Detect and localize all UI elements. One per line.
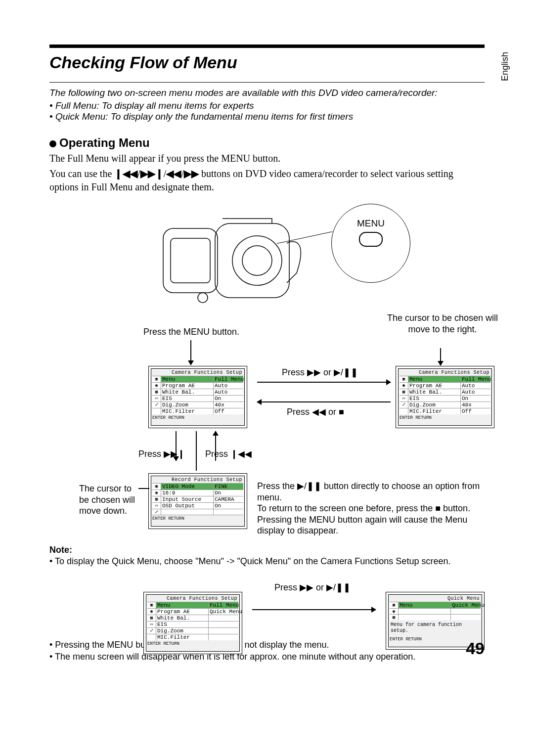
osd-quick-source: Camera Functions Setup ▣MenuFull Menu ◉P…: [143, 592, 242, 654]
lead-line-cursor-down: [138, 488, 149, 489]
svg-point-2: [232, 236, 282, 285]
title-rule-thin: [49, 82, 485, 83]
page-number: 49: [466, 639, 485, 658]
intro-bullet-1: • Full Menu: To display all menu items f…: [49, 100, 485, 111]
svg-rect-4: [171, 238, 210, 283]
svg-point-3: [242, 246, 272, 275]
osd-camera-functions-right: Camera Functions Setup ▣MenuFull Menu ◉P…: [396, 366, 494, 428]
label-press-ff-play-2: Press ▶▶ or ▶/❚❚: [274, 582, 351, 593]
bullet-icon: [49, 140, 56, 147]
arrow-down-1: [190, 340, 191, 365]
arrow-left-1: [257, 401, 391, 402]
svg-point-5: [198, 293, 208, 303]
menu-button-callout: MENU: [331, 204, 410, 283]
top-rule-thick: [49, 44, 485, 48]
divider-line: [196, 431, 197, 471]
prev-track-icon: ❙◀◀: [114, 168, 137, 179]
note-bullet-1: • To display the Quick Menu, choose "Men…: [49, 555, 485, 567]
label-cursor-right: The cursor to be chosen will move to the…: [386, 312, 499, 335]
label-press-menu: Press the MENU button.: [143, 326, 239, 338]
label-direct-choose: Press the ▶/❚❚ button directly to choose…: [257, 481, 494, 536]
label-press-ff-play: Press ▶▶ or ▶/❚❚: [282, 367, 358, 378]
osd-camera-functions-left: Camera Functions Setup ▣MenuFull Menu ◉P…: [148, 366, 247, 428]
fast-forward-icon: ▶▶: [184, 168, 199, 179]
flow-diagram: MENU Press the MENU button. The cursor t…: [49, 204, 485, 639]
body-text-2: You can use the ❙◀◀/▶▶❙/◀◀/▶▶ buttons on…: [49, 167, 485, 194]
arrow-right-1: [257, 382, 391, 383]
section-heading: Operating Menu: [49, 136, 485, 150]
intro-text: The following two on-screen menu modes a…: [49, 88, 485, 98]
rewind-icon: ◀◀: [166, 168, 181, 179]
next-track-icon: ▶▶❙: [140, 168, 164, 179]
label-press-prev: Press ❙◀◀: [205, 448, 252, 460]
label-press-rew-stop: Press ◀◀ or ■: [287, 406, 344, 418]
arrow-right-2: [252, 609, 376, 610]
language-tab: English: [500, 52, 510, 81]
arrow-down-2: [440, 348, 441, 365]
svg-rect-1: [215, 223, 289, 298]
label-press-next: Press ▶▶❙: [138, 448, 185, 460]
menu-button-shape: [359, 232, 383, 247]
camera-illustration: [158, 209, 302, 312]
menu-callout-label: MENU: [342, 218, 400, 229]
note-heading: Note:: [49, 545, 485, 555]
page-title: Checking Flow of Menu: [49, 53, 485, 72]
osd-record-functions: Record Functions Setup ▣VIDEO ModeFINE ◉…: [148, 473, 247, 529]
body-text-1: The Full Menu will appear if you press t…: [49, 152, 485, 165]
bottom-bullet-2: • The menu screen will disappear when it…: [49, 651, 485, 663]
label-cursor-down: The cursor to be chosen will move down.: [79, 483, 143, 517]
intro-bullet-2: • Quick Menu: To display only the fundam…: [49, 111, 485, 122]
